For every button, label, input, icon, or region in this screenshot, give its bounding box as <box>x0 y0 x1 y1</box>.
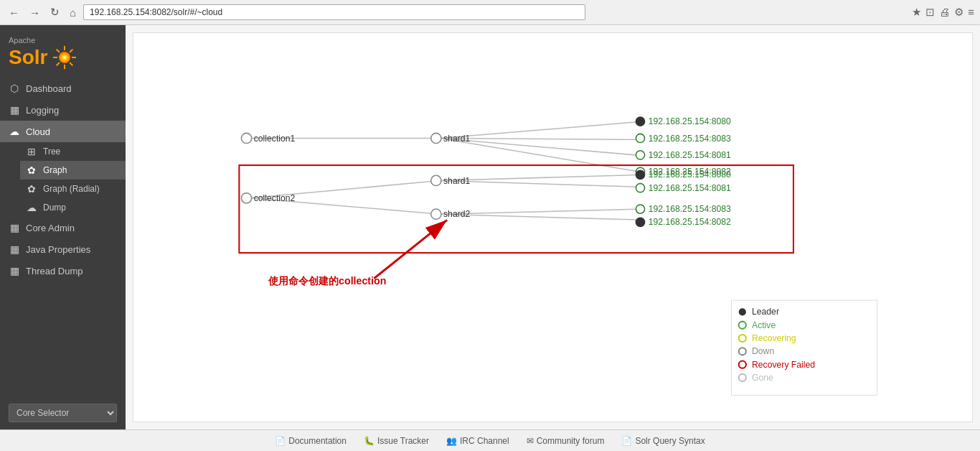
menu-icon[interactable]: ≡ <box>968 6 974 19</box>
sidebar-item-tree[interactable]: ⊞ Tree <box>20 142 126 161</box>
footer-link-solr-query-syntax[interactable]: 📄 Solr Query Syntax <box>621 436 705 446</box>
edge-s1-n3-c1 <box>440 138 644 155</box>
core-selector-dropdown[interactable]: Core Selector <box>9 404 117 422</box>
legend-leader-dot <box>739 308 746 315</box>
sidebar-label-java-properties: Java Properties <box>26 244 90 255</box>
label-collection2: collection2 <box>254 193 296 203</box>
label-c2-s2-8082: 192.168.25.154:8082 <box>649 217 731 227</box>
edge-c2-s1-n1 <box>440 175 644 180</box>
sidebar-item-cloud[interactable]: ☁ Cloud <box>0 121 126 142</box>
forward-button[interactable]: → <box>27 5 43 20</box>
home-button[interactable]: ⌂ <box>67 5 79 20</box>
legend-down-label: Down <box>752 346 774 356</box>
sidebar-label-dashboard: Dashboard <box>26 83 72 94</box>
svg-line-5 <box>57 62 60 65</box>
graph-area: collection1 shard1 192.168.25.154:8080 1… <box>133 32 973 422</box>
node-c1-shard1[interactable] <box>431 133 441 143</box>
sidebar-label-graph-radial: Graph (Radial) <box>43 184 100 194</box>
sidebar-item-core-admin[interactable]: ▦ Core Admin <box>0 217 126 238</box>
logo-area: Apache Solr <box>0 25 126 78</box>
annotation-arrow <box>374 220 447 278</box>
footer-label-irc-channel: IRC Channel <box>460 436 509 446</box>
legend-recovering-dot <box>739 335 746 342</box>
legend-gone-dot <box>739 374 746 381</box>
screenshot-icon[interactable]: ⊡ <box>925 6 935 19</box>
footer: 📄 Documentation 🐛 Issue Tracker 👥 IRC Ch… <box>0 429 980 451</box>
sidebar-item-graph-radial[interactable]: ✿ Graph (Radial) <box>20 180 126 198</box>
label-c2-s1-8080: 192.168.25.154:8080 <box>649 169 731 180</box>
svg-line-7 <box>57 50 60 52</box>
node-c2-s2-8083[interactable] <box>636 205 644 213</box>
sidebar-item-logging[interactable]: ▦ Logging <box>0 99 126 121</box>
edge-c2-s2-n2 <box>440 214 644 220</box>
sidebar-item-dashboard[interactable]: ⬡ Dashboard <box>0 78 126 99</box>
core-admin-icon: ▦ <box>9 222 20 233</box>
sidebar-label-graph: Graph <box>43 165 67 175</box>
graph-radial-icon: ✿ <box>26 183 37 195</box>
sidebar-label-core-admin: Core Admin <box>26 223 75 233</box>
settings-icon[interactable]: ⚙ <box>954 6 963 19</box>
label-c1-s1-8083: 192.168.25.154:8083 <box>649 134 731 144</box>
dashboard-icon: ⬡ <box>9 83 20 94</box>
label-c2-s2-8083: 192.168.25.154:8083 <box>649 204 731 214</box>
documentation-icon: 📄 <box>275 436 286 446</box>
edge-c2-s2-n1 <box>440 209 644 214</box>
legend-active-dot <box>739 322 746 329</box>
node-c2-shard1[interactable] <box>431 175 441 185</box>
sidebar-item-thread-dump[interactable]: ▦ Thread Dump <box>0 260 126 282</box>
node-c2-s1-8081[interactable] <box>636 184 644 192</box>
node-c2-s2-8082[interactable] <box>636 218 644 226</box>
node-c2-shard2[interactable] <box>431 209 441 219</box>
legend-leader-label: Leader <box>752 307 779 317</box>
node-c1-s1-8081[interactable] <box>636 151 644 159</box>
solr-text: Solr <box>9 46 47 69</box>
node-collection2[interactable] <box>241 193 251 203</box>
sidebar-label-logging: Logging <box>26 105 59 116</box>
sidebar-item-graph[interactable]: ✿ Graph <box>20 161 126 180</box>
footer-link-community-forum[interactable]: ✉ Community forum <box>527 436 605 446</box>
cloud-icon: ☁ <box>9 126 20 137</box>
browser-right-icons: ★ ⊡ 🖨 ⚙ ≡ <box>912 6 974 19</box>
tree-icon: ⊞ <box>26 146 37 157</box>
node-c2-s1-8080[interactable] <box>636 170 644 179</box>
bookmark-icon[interactable]: ★ <box>912 6 921 19</box>
svg-line-3 <box>70 62 73 65</box>
address-bar[interactable] <box>83 4 585 20</box>
node-collection1[interactable] <box>241 133 251 143</box>
sidebar-label-cloud: Cloud <box>26 126 50 137</box>
irc-channel-icon: 👥 <box>446 436 457 446</box>
edge-s1-n2-c1 <box>440 138 644 139</box>
logo-solr: Solr <box>9 45 117 70</box>
footer-label-documentation: Documentation <box>288 436 347 446</box>
svg-point-8 <box>59 52 70 63</box>
logo-apache-text: Apache <box>9 36 117 45</box>
edge-s1-n1-c1 <box>440 121 644 138</box>
footer-link-documentation[interactable]: 📄 Documentation <box>275 436 347 446</box>
issue-tracker-icon: 🐛 <box>364 436 374 446</box>
community-forum-icon: ✉ <box>527 436 534 446</box>
java-properties-icon: ▦ <box>9 243 20 255</box>
sidebar-item-dump[interactable]: ☁ Dump <box>20 198 126 217</box>
footer-label-issue-tracker: Issue Tracker <box>377 436 429 446</box>
label-c1-s1-8080: 192.168.25.154:8080 <box>649 116 731 126</box>
footer-label-community-forum: Community forum <box>537 436 605 446</box>
print-icon[interactable]: 🖨 <box>939 6 950 19</box>
back-button[interactable]: ← <box>6 5 22 20</box>
label-c1-s1-8081: 192.168.25.154:8081 <box>649 150 731 160</box>
node-c1-s1-8080[interactable] <box>636 117 644 126</box>
node-c1-s1-8083[interactable] <box>636 134 644 142</box>
core-selector-area: Core Selector <box>0 396 126 429</box>
legend-active-label: Active <box>752 320 776 330</box>
solr-sun-icon <box>52 45 77 70</box>
footer-link-issue-tracker[interactable]: 🐛 Issue Tracker <box>364 436 429 446</box>
sidebar-label-tree: Tree <box>43 147 60 157</box>
legend-recovering-label: Recovering <box>752 333 796 343</box>
edge-c2-s1-n2 <box>440 180 644 187</box>
footer-link-irc-channel[interactable]: 👥 IRC Channel <box>446 436 509 446</box>
sidebar-item-java-properties[interactable]: ▦ Java Properties <box>0 238 126 260</box>
legend-gone-label: Gone <box>752 373 773 383</box>
reload-button[interactable]: ↻ <box>47 4 62 20</box>
nav-section: ⬡ Dashboard ▦ Logging ☁ Cloud ⊞ Tree ✿ G… <box>0 78 126 396</box>
label-c2-s1-8081: 192.168.25.154:8081 <box>649 183 731 193</box>
solr-query-syntax-icon: 📄 <box>621 436 632 446</box>
